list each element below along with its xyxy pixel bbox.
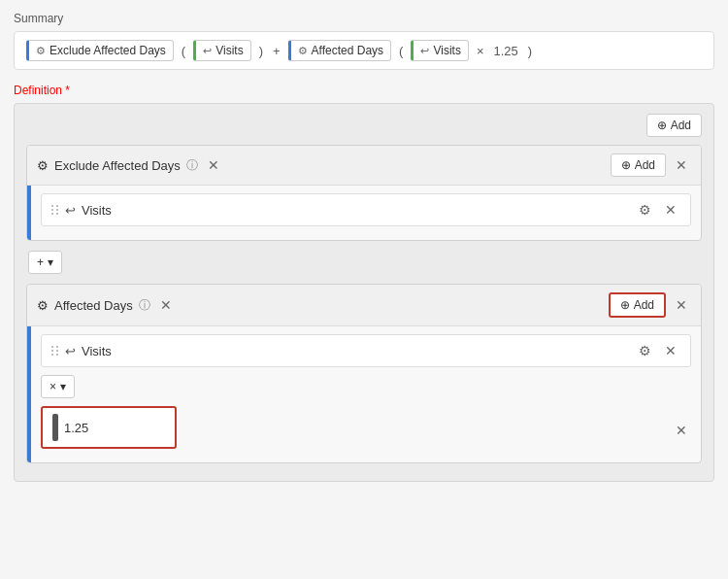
close-button-visits-exclude[interactable]: ✕ [661,200,680,220]
add-icon-top: ⊕ [657,119,667,132]
visits-icon-2: ↩ [420,45,429,57]
summary-chip-exclude-label: Exclude Affected Days [50,44,166,57]
visits-label-affected: Visits [82,344,112,358]
group-affected-body: ↩ Visits ⚙ ✕ × [27,326,701,462]
close-group-affected-button[interactable]: ✕ [156,295,176,315]
group-exclude-add-button[interactable]: ⊕ Add [611,153,666,177]
visits-icon-exclude: ↩ [65,203,76,218]
summary-label: Summary [14,12,714,25]
between-operator-button[interactable]: + ▾ [28,251,62,274]
visits-label-exclude: Visits [82,203,112,218]
add-icon-exclude: ⊕ [621,158,631,172]
gear-icon-affected: ⚙ [298,45,308,57]
visits-icon-affected: ↩ [65,344,76,358]
row-visits-affected-actions: ⚙ ✕ [635,341,680,360]
summary-chip-visits-2-label: Visits [433,44,460,57]
group-affected-add-button[interactable]: ⊕ Add [609,292,666,318]
close-group-exclude-outer-button[interactable]: ✕ [672,155,691,175]
gear-icon-visits-affected: ⚙ [639,343,651,358]
summary-chip-affected-label: Affected Days [312,44,383,57]
summary-paren-open-2: ( [397,44,405,58]
definition-container: ⊕ Add ⚙ Exclude Affected Days ⓘ ✕ ⊕ Add … [14,103,714,482]
row-visits-exclude: ↩ Visits ⚙ ✕ [41,193,691,226]
drag-handle-visits-affected[interactable] [51,346,59,356]
required-asterisk: * [62,84,70,97]
group-exclude-block: ⚙ Exclude Affected Days ⓘ ✕ ⊕ Add ✕ [26,145,702,241]
group-affected-title-label: Affected Days [54,298,133,313]
summary-chip-visits-1: ↩ Visits [193,40,250,61]
group-exclude-body: ↩ Visits ⚙ ✕ [27,186,701,240]
close-group-exclude-button[interactable]: ✕ [204,155,223,175]
row-visits-affected-left: ↩ Visits [51,344,635,358]
between-groups-operator: + ▾ [26,251,702,274]
value-text-125: 1.25 [64,421,88,435]
summary-bar: ⚙ Exclude Affected Days ( ↩ Visits ) + ⚙… [14,31,714,70]
close-icon-visits-exclude: ✕ [665,202,677,218]
gear-icon-exclude: ⚙ [36,45,46,57]
summary-paren-close-1: ) [257,44,265,58]
group-exclude-add-label: Add [635,158,655,172]
group-exclude-title: ⚙ Exclude Affected Days ⓘ ✕ [37,155,223,175]
info-icon-exclude: ⓘ [186,157,198,174]
summary-chip-exclude: ⚙ Exclude Affected Days [26,40,174,61]
summary-val-125: 1.25 [491,44,519,58]
chevron-down-between: ▾ [48,255,53,269]
summary-paren-open-1: ( [180,44,187,58]
value-drag-handle[interactable] [52,414,58,441]
summary-chip-visits-1-label: Visits [215,44,243,57]
operator-row-affected: × ▾ [41,375,691,398]
close-icon-value-125: ✕ [676,423,687,438]
settings-button-visits-exclude[interactable]: ⚙ [635,200,655,220]
close-button-visits-affected[interactable]: ✕ [661,341,680,360]
info-icon-affected: ⓘ [139,297,150,314]
value-input-area: 1.25 [52,414,165,441]
summary-chip-visits-2: ↩ Visits [411,40,468,61]
group-exclude-content: ↩ Visits ⚙ ✕ [31,186,701,240]
between-operator-label: + [37,255,44,269]
group-affected-block: ⚙ Affected Days ⓘ ✕ ⊕ Add ✕ [26,284,702,463]
gear-icon-group-affected: ⚙ [37,298,49,313]
summary-chip-affected: ⚙ Affected Days [288,40,391,61]
group-affected-actions: ⊕ Add ✕ [609,292,691,318]
summary-op-plus: + [271,44,282,58]
group-affected-title: ⚙ Affected Days ⓘ ✕ [37,295,176,315]
group-exclude-title-label: Exclude Affected Days [54,158,181,173]
operator-affected-button[interactable]: × ▾ [41,375,75,398]
row-visits-exclude-left: ↩ Visits [51,203,635,218]
chevron-down-affected: ▾ [60,380,66,393]
summary-paren-close-2: ) [526,44,534,58]
gear-icon-visits-exclude: ⚙ [639,202,651,218]
settings-button-visits-affected[interactable]: ⚙ [635,341,655,360]
gear-icon-group-exclude: ⚙ [37,158,49,173]
close-button-value-125[interactable]: ✕ [672,421,691,440]
summary-op-x: × [475,44,486,58]
close-group-affected-outer-button[interactable]: ✕ [672,295,691,315]
group-affected-content: ↩ Visits ⚙ ✕ × [31,326,701,462]
row-visits-affected: ↩ Visits ⚙ ✕ [41,334,691,367]
definition-label: Definition * [14,84,714,97]
visits-icon-1: ↩ [203,45,212,57]
value-item-125: 1.25 [41,406,177,449]
value-row-container: 1.25 ✕ [41,406,691,455]
group-exclude-header: ⚙ Exclude Affected Days ⓘ ✕ ⊕ Add ✕ [27,146,701,186]
close-icon-visits-affected: ✕ [665,343,677,358]
group-exclude-actions: ⊕ Add ✕ [611,153,691,177]
top-add-button[interactable]: ⊕ Add [646,114,702,137]
top-add-label: Add [671,119,691,132]
row-visits-exclude-actions: ⚙ ✕ [635,200,680,220]
def-add-row: ⊕ Add [26,114,702,137]
group-affected-add-label: Add [634,298,654,312]
operator-affected-label: × [50,380,56,393]
add-icon-affected: ⊕ [620,298,630,312]
drag-handle-visits-exclude[interactable] [51,205,59,215]
group-affected-header: ⚙ Affected Days ⓘ ✕ ⊕ Add ✕ [27,285,701,326]
